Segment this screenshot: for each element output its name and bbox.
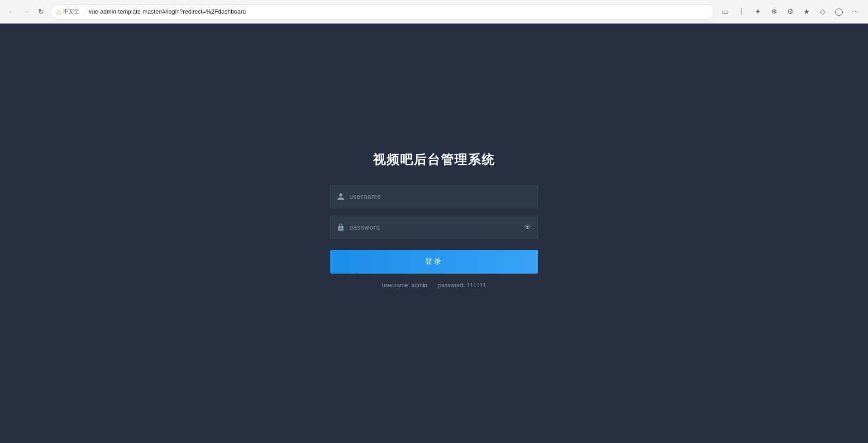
password-input[interactable]: [349, 224, 524, 231]
login-button[interactable]: 登录: [330, 250, 538, 274]
bookmarks-button[interactable]: ★: [799, 5, 814, 19]
nav-buttons: ← → ↻: [5, 5, 47, 18]
username-input-wrapper: [330, 185, 538, 208]
eye-icon: 👁︎: [524, 223, 531, 231]
browser-chrome: ← → ↻ △ 不安全 vue-admin-template-master/#/…: [0, 0, 868, 24]
forward-button[interactable]: →: [20, 5, 33, 18]
refresh-button[interactable]: ↻: [34, 5, 47, 18]
star-icon: ★: [803, 7, 810, 16]
toggle-password-button[interactable]: 👁︎: [524, 223, 531, 231]
brave-button[interactable]: ❄: [767, 5, 781, 19]
gear-icon: ⚙: [787, 7, 793, 16]
apps-icon: ⋮: [738, 7, 745, 16]
forward-icon: →: [23, 8, 30, 16]
hint-password: password: 111111: [438, 282, 486, 289]
wallet-button[interactable]: ◇: [816, 5, 830, 19]
back-button[interactable]: ←: [5, 5, 18, 18]
warning-icon: △: [57, 8, 61, 15]
refresh-icon: ↻: [38, 7, 44, 16]
page-title: 视频吧后台管理系统: [373, 151, 495, 169]
profile-button[interactable]: ◯: [832, 5, 846, 19]
username-input[interactable]: [349, 193, 531, 200]
brave-icon: ❄: [771, 7, 777, 16]
hint-username: username: admin: [382, 282, 427, 289]
settings-button[interactable]: ⚙: [783, 5, 797, 19]
password-input-wrapper: 👁︎: [330, 216, 538, 239]
url-text: vue-admin-template-master/#/login?redire…: [89, 8, 708, 15]
address-bar[interactable]: △ 不安全 vue-admin-template-master/#/login?…: [51, 4, 714, 19]
menu-button[interactable]: ⋯: [848, 5, 863, 19]
puzzle-icon: ✦: [755, 7, 761, 16]
apps-button[interactable]: ⋮: [734, 5, 749, 19]
login-container: 视频吧后台管理系统 👁︎ 登录: [330, 151, 538, 289]
password-form-group: 👁︎: [330, 216, 538, 239]
page-content: 视频吧后台管理系统 👁︎ 登录: [0, 24, 868, 443]
security-warning: △ 不安全: [57, 8, 79, 15]
wallet-icon: ◇: [820, 7, 825, 16]
cast-button[interactable]: ▭: [718, 5, 732, 19]
username-form-group: [330, 185, 538, 208]
lock-icon: [337, 223, 345, 231]
profile-icon: ◯: [835, 7, 843, 16]
cast-icon: ▭: [722, 7, 729, 16]
more-icon: ⋯: [852, 7, 859, 16]
hint-text: username: admin password: 111111: [382, 282, 486, 289]
address-divider: [84, 8, 84, 16]
user-icon: [337, 193, 345, 201]
browser-toolbar-right: ▭ ⋮ ✦ ❄ ⚙ ★ ◇ ◯ ⋯: [718, 5, 863, 19]
security-label: 不安全: [63, 8, 79, 15]
back-icon: ←: [8, 8, 15, 16]
extensions-button[interactable]: ✦: [750, 5, 765, 19]
